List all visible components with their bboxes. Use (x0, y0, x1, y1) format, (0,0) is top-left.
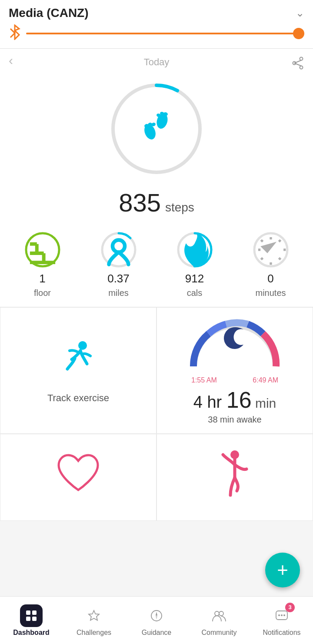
svg-rect-28 (26, 610, 30, 615)
guidance-nav-icon-area (145, 604, 168, 627)
challenges-nav-icon-area (83, 604, 105, 627)
slider-thumb (293, 28, 304, 39)
miles-stat[interactable]: 0.37 miles (99, 230, 138, 298)
floors-value: 1 (39, 272, 45, 285)
minutes-stat[interactable]: 0 minutes (251, 230, 290, 298)
floors-stat[interactable]: 1 floor (23, 230, 62, 298)
sleep-end: 6:49 AM (253, 376, 278, 384)
nav-item-guidance[interactable]: Guidance (125, 604, 188, 637)
sleep-start: 1:55 AM (191, 376, 217, 384)
steps-number: 835 (119, 188, 161, 217)
community-people-icon (212, 609, 226, 622)
nav-item-notifications[interactable]: 3 Notifications (250, 604, 313, 637)
steps-count-row: 835 steps (119, 188, 194, 217)
dashboard-main: ‹ Today (0, 49, 313, 521)
notifications-nav-icon-area: 3 (270, 604, 293, 627)
miles-unit: miles (108, 288, 129, 298)
minutes-circle (251, 230, 290, 269)
sleep-card[interactable]: 1:55 AM 6:49 AM 4 hr 16 min 38 min awake (156, 307, 313, 434)
nav-item-challenges[interactable]: Challenges (63, 604, 125, 637)
prev-day-arrow[interactable]: ‹ (9, 53, 13, 68)
volume-slider[interactable] (26, 33, 304, 34)
svg-point-40 (281, 614, 283, 616)
share-icon[interactable] (291, 57, 304, 73)
svg-point-36 (215, 611, 219, 616)
bluetooth-icon (9, 24, 21, 42)
svg-marker-35 (156, 615, 157, 620)
nav-item-dashboard[interactable]: Dashboard (0, 604, 63, 637)
sleep-hr: 4 hr (193, 393, 226, 411)
header: Media (CANZ) ⌄ (0, 0, 313, 49)
challenges-star-icon (87, 609, 100, 622)
exercise-label: Track exercise (47, 392, 109, 404)
svg-marker-32 (89, 610, 99, 621)
sleep-duration: 4 hr 16 min (193, 387, 276, 413)
notifications-badge: 3 (285, 603, 295, 612)
sleep-awake: 38 min awake (208, 415, 261, 425)
guidance-compass-icon (150, 609, 163, 622)
today-label: Today (144, 57, 170, 68)
activity-card[interactable] (156, 434, 313, 521)
exercise-icon (57, 338, 100, 388)
sleep-arc (187, 316, 283, 373)
add-fab[interactable]: + (265, 553, 300, 587)
footsteps-icon (137, 106, 176, 152)
miles-circle (99, 230, 138, 269)
steps-circle (104, 77, 209, 181)
community-nav-icon-area (208, 604, 230, 627)
dashboard-grid-icon (25, 609, 38, 622)
heart-icon (54, 453, 102, 502)
svg-rect-31 (32, 617, 37, 621)
notifications-nav-label: Notifications (263, 629, 300, 637)
today-row: ‹ Today (0, 49, 313, 72)
cals-stat[interactable]: 912 cals (175, 230, 214, 298)
sleep-min: 16 (226, 387, 252, 413)
svg-point-41 (283, 614, 285, 616)
media-bar (9, 24, 304, 48)
header-title-row: Media (CANZ) ⌄ (9, 6, 304, 20)
svg-point-0 (300, 57, 303, 60)
cals-unit: cals (187, 288, 203, 298)
sleep-times: 1:55 AM 6:49 AM (191, 376, 278, 384)
steps-section: 835 steps (0, 72, 313, 226)
svg-point-25 (78, 341, 87, 350)
activity-person-icon (215, 449, 254, 506)
challenges-nav-label: Challenges (77, 629, 111, 637)
svg-point-21 (112, 240, 124, 252)
exercise-card[interactable]: Track exercise (0, 307, 156, 434)
dashboard-nav-icon-area (20, 604, 43, 627)
svg-point-37 (219, 611, 223, 616)
sleep-min-label: min (252, 396, 276, 410)
svg-point-2 (300, 66, 303, 69)
media-title: Media (CANZ) (9, 6, 89, 20)
heart-card[interactable] (0, 434, 156, 521)
svg-point-39 (278, 614, 280, 616)
stats-row: 1 floor 0.37 miles (0, 226, 313, 307)
floors-unit: floor (34, 288, 51, 298)
community-nav-label: Community (202, 629, 237, 637)
nav-item-community[interactable]: Community (188, 604, 250, 637)
cals-value: 912 (185, 272, 204, 285)
miles-value: 0.37 (107, 272, 130, 285)
minutes-unit: minutes (255, 288, 286, 298)
floors-circle (23, 230, 62, 269)
svg-rect-30 (26, 617, 30, 621)
dashboard-nav-label: Dashboard (13, 629, 50, 637)
guidance-nav-label: Guidance (142, 629, 172, 637)
steps-unit: steps (165, 201, 194, 215)
svg-rect-29 (32, 610, 37, 615)
cals-circle (175, 230, 214, 269)
bottom-nav: Dashboard Challenges Guidance (0, 596, 313, 644)
cards-grid: Track exercise (0, 307, 313, 521)
chevron-down-icon[interactable]: ⌄ (296, 7, 304, 19)
minutes-value: 0 (267, 272, 273, 285)
